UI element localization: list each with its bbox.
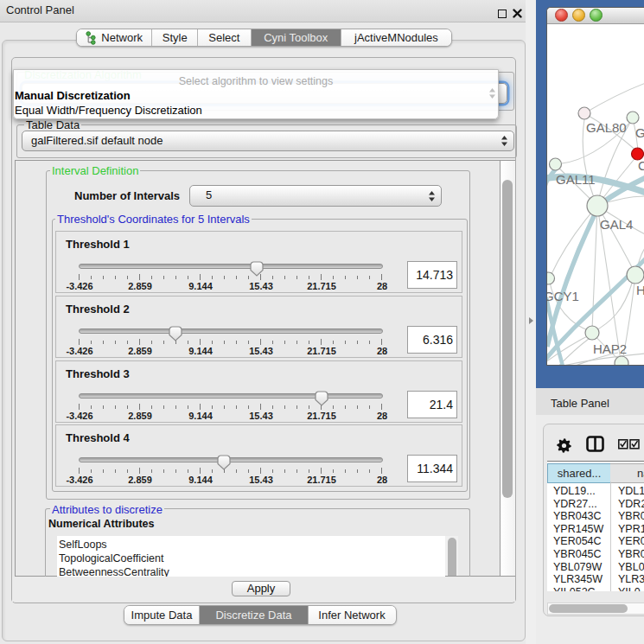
svg-text:H: H xyxy=(636,283,644,297)
svg-text:GCY1: GCY1 xyxy=(547,289,579,303)
svg-text:HAP2: HAP2 xyxy=(593,341,627,356)
svg-text:GAL80: GAL80 xyxy=(586,120,627,135)
svg-text:GA: GA xyxy=(635,125,644,140)
svg-text:GAL4: GAL4 xyxy=(600,217,633,232)
svg-text:GAL11: GAL11 xyxy=(556,172,596,187)
svg-text:C: C xyxy=(638,158,644,173)
